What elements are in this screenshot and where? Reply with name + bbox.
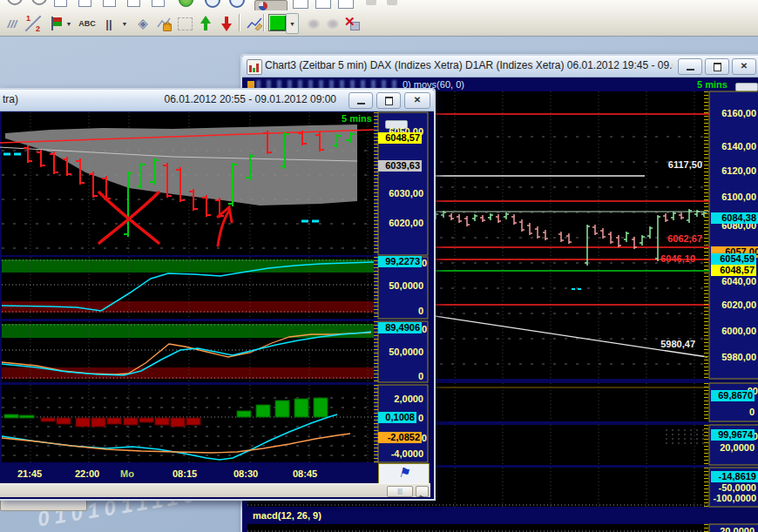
detail-restore-button[interactable] bbox=[376, 92, 401, 109]
lock-chart-icon[interactable] bbox=[153, 13, 174, 34]
detail-hscroll-right-arrow[interactable]: ▶ bbox=[416, 486, 429, 497]
detail-close-button[interactable]: ✕ bbox=[404, 92, 430, 109]
detail-titlebar[interactable]: tra) 06.01.2012 20:55 - 09.01.2012 09:00… bbox=[0, 90, 434, 111]
toolbar-separator-2 bbox=[263, 14, 265, 31]
detail-macd-tag: 0,1008 bbox=[378, 412, 416, 423]
level-label-6117: 6117,50 bbox=[652, 159, 702, 170]
layout-icon-2[interactable] bbox=[78, 0, 91, 7]
detail-macd-signal-tag: -2,0852 bbox=[378, 432, 422, 443]
time-mo: Mo bbox=[120, 468, 134, 479]
price-label-6046: 6046,10 bbox=[645, 253, 695, 264]
partial-icon-a[interactable] bbox=[366, 0, 376, 5]
grid-icon-3[interactable] bbox=[338, 0, 354, 9]
partial-icon-b[interactable] bbox=[387, 0, 397, 5]
ind2-axis: 20,0000 bbox=[713, 442, 755, 453]
clock-icon-2[interactable] bbox=[229, 0, 245, 8]
detail-hscrollbar[interactable]: ||| ▶ bbox=[0, 483, 430, 497]
detail-title-range: 06.01.2012 20:55 - 09.01.2012 09:00 bbox=[129, 93, 336, 105]
up-arrow-icon[interactable] bbox=[195, 13, 216, 34]
price-tag-6084: 6084,38 bbox=[711, 212, 758, 224]
chart3-titlebar[interactable]: Chart3 (Zeitbar 5 min) DAX (Indizes Xetr… bbox=[242, 56, 758, 77]
pie-icon bbox=[259, 2, 267, 10]
axis-6140: 6140,00 bbox=[713, 141, 756, 152]
detail-ind1-behind: 0 bbox=[420, 258, 427, 268]
clock-icon-1[interactable] bbox=[205, 0, 220, 8]
globe-icon[interactable] bbox=[179, 0, 193, 7]
delete-drawing-icon[interactable]: ✕ bbox=[342, 13, 362, 34]
detail-minimize-button[interactable] bbox=[349, 92, 373, 109]
trendline-pencil-glyph bbox=[247, 16, 263, 31]
axis-6160: 6160,00 bbox=[713, 108, 756, 118]
detail-ind3-ticks bbox=[374, 385, 378, 462]
detail-ind1-zero: 0 bbox=[380, 306, 423, 316]
ind3-a1: -50,0000 bbox=[713, 482, 756, 493]
detail-flag-panel[interactable]: ⚑ bbox=[378, 463, 430, 484]
detail-ind2-mid: 50,0000 bbox=[380, 347, 423, 357]
detail-ind2-behind: 0 bbox=[420, 324, 427, 334]
detail-ind2-tag: 89,4906 bbox=[378, 322, 422, 333]
ind3-a2: -100,0000 bbox=[709, 493, 756, 503]
ind3-tag: -14,8619 bbox=[711, 471, 758, 482]
color-dropdown-icon[interactable]: ▼ bbox=[286, 13, 299, 34]
chart3-minimize-button[interactable] bbox=[678, 58, 702, 75]
axis-6020: 6020,00 bbox=[713, 300, 756, 310]
detail-macd-zero: 0 bbox=[416, 413, 423, 423]
macd-axis-label: 20,0000 bbox=[713, 526, 755, 532]
grid-icon-1[interactable] bbox=[293, 0, 308, 9]
detail-title-fragment: tra) bbox=[3, 93, 18, 105]
price-tag-last: 6048,57 bbox=[711, 265, 756, 276]
mdi-scrollbar-piece[interactable] bbox=[0, 500, 87, 511]
flag-dropdown-icon[interactable]: ▼ bbox=[63, 13, 75, 34]
detail-axis-6020: 6020,00 bbox=[380, 218, 423, 228]
fog-icon-2 bbox=[322, 13, 343, 34]
trendline-edit-icon[interactable] bbox=[244, 13, 265, 34]
disabled-region-icon bbox=[174, 13, 195, 34]
time-2200: 22:00 bbox=[75, 468, 99, 479]
chart3-window-icon bbox=[247, 59, 262, 75]
time-2145: 21:45 bbox=[17, 468, 42, 479]
axis-5980: 5980,00 bbox=[713, 352, 756, 362]
detail-hscroll-thumb[interactable]: ||| bbox=[387, 486, 413, 497]
level-label-5980: 5980,47 bbox=[645, 339, 695, 349]
detail-axis-6030: 6030,00 bbox=[380, 188, 423, 199]
fog-icon-1 bbox=[303, 13, 324, 34]
chart3-ind2-ticks bbox=[704, 425, 708, 465]
color-swatch[interactable] bbox=[268, 14, 287, 31]
pie-toggle-pressed[interactable] bbox=[254, 0, 288, 10]
macd-label-strip: macd(12, 26, 9) bbox=[247, 509, 709, 523]
layout-icon-5[interactable] bbox=[152, 0, 165, 7]
parallel-lines-icon[interactable]: /// bbox=[2, 13, 23, 34]
axis-6000: 6000,00 bbox=[713, 326, 756, 336]
macd-label: macd(12, 26, 9) bbox=[253, 510, 321, 521]
zoom-out-icon[interactable] bbox=[31, 0, 47, 5]
detail-plot[interactable] bbox=[0, 111, 430, 497]
drawing-toolbar: /// 1 2 ▼ ABC || ▼ ◈ bbox=[0, 10, 758, 36]
vline-dropdown-icon[interactable]: ▼ bbox=[118, 13, 131, 34]
vertical-line-tool-icon[interactable]: || bbox=[101, 13, 117, 34]
detail-ind1-mid: 50,0000 bbox=[380, 280, 423, 291]
chart3-close-button[interactable]: ✕ bbox=[732, 58, 756, 75]
diamond-tool-icon[interactable]: ◈ bbox=[132, 13, 153, 34]
detail-chart-window: tra) 06.01.2012 20:55 - 09.01.2012 09:00… bbox=[0, 88, 436, 501]
down-arrow-icon[interactable] bbox=[216, 13, 237, 34]
toolbar-separator-1 bbox=[239, 14, 240, 31]
layout-icon-4[interactable] bbox=[127, 0, 140, 7]
time-0830: 08:30 bbox=[233, 468, 258, 479]
fibonacci-icon[interactable]: 1 2 bbox=[23, 13, 44, 34]
layout-icon-3[interactable] bbox=[103, 0, 116, 7]
ind1-tag: 69,8670 bbox=[711, 390, 755, 401]
zoom-in-icon[interactable] bbox=[7, 0, 23, 5]
toolbar-row-clipped bbox=[0, 0, 758, 10]
time-0815: 08:15 bbox=[173, 468, 197, 479]
grid-icon-2[interactable] bbox=[315, 0, 331, 9]
chart3-ind1-ticks bbox=[704, 383, 708, 421]
chart3-axis-ticks bbox=[704, 91, 708, 379]
chart3-restore-button[interactable] bbox=[705, 58, 729, 75]
axis-6100: 6100,00 bbox=[713, 192, 756, 202]
layout-icon-1[interactable] bbox=[54, 0, 67, 7]
detail-macd-high: 2,0000 bbox=[380, 394, 423, 404]
text-tool-icon[interactable]: ABC bbox=[77, 13, 98, 34]
axis-6120: 6120,00 bbox=[713, 165, 756, 176]
ind1-zero: 0 bbox=[713, 407, 755, 417]
chart3-ind4-ticks bbox=[704, 524, 708, 532]
